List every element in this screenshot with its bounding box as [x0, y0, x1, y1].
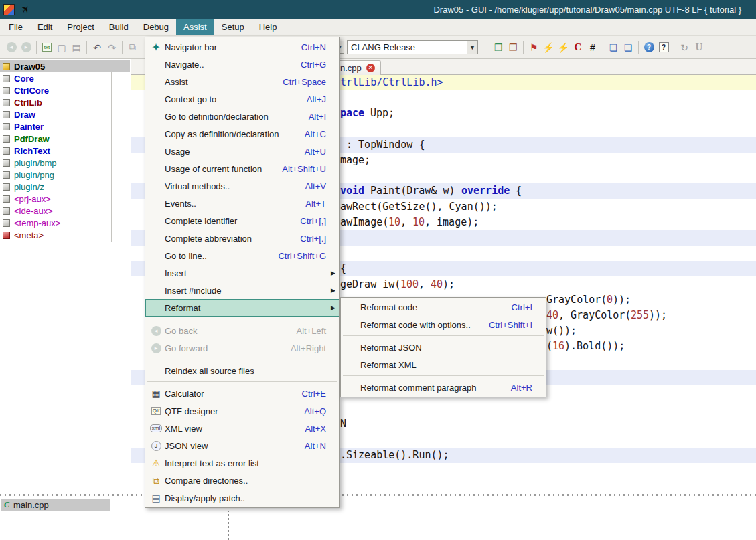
- package-row[interactable]: <meta>: [0, 229, 130, 241]
- c-lang-icon[interactable]: C: [571, 40, 585, 55]
- code-fragment: (: [546, 339, 552, 354]
- assist-menu-item[interactable]: Navigator bar Ctrl+N ▶: [145, 38, 339, 56]
- toolbar-icon[interactable]: [636, 40, 641, 55]
- assist-menu-item[interactable]: Insert #include ▶: [145, 282, 339, 299]
- assist-menu-item[interactable]: Display/apply patch.. ▶: [145, 489, 339, 507]
- assist-menu-item[interactable]: Reindex all source files ▶: [145, 362, 339, 379]
- assist-menu-item[interactable]: Complete identifier Ctrl+[,] ▶: [145, 212, 339, 230]
- build-flags-icon[interactable]: ⚑: [527, 40, 540, 55]
- package-row[interactable]: PdfDraw: [0, 132, 130, 145]
- toolbar-icon[interactable]: [84, 40, 89, 55]
- menu-item-label: Context go to: [163, 94, 216, 104]
- package-row[interactable]: CtrlCore: [0, 84, 130, 96]
- assist-menu-item[interactable]: Go forward Alt+Right ▶: [145, 339, 339, 357]
- assist-menu-item[interactable]: Go to line.. Ctrl+Shift+G ▶: [145, 247, 339, 264]
- package-row[interactable]: plugin/png: [0, 169, 130, 181]
- package-icon: [3, 195, 10, 203]
- file-list-item[interactable]: C main.cpp: [1, 499, 110, 511]
- refresh-icon[interactable]: ↻: [678, 40, 691, 55]
- menubar-item[interactable]: Setup: [214, 19, 252, 35]
- assist-menu-item[interactable]: QTF designer Alt+Q ▶: [145, 402, 339, 420]
- package-row[interactable]: Core: [0, 72, 130, 84]
- redo-icon[interactable]: ↷: [105, 40, 119, 55]
- preprocess-icon[interactable]: #: [586, 40, 599, 55]
- package-row[interactable]: plugin/bmp: [0, 157, 130, 169]
- pin-icon[interactable]: ✈: [18, 2, 33, 17]
- special-file-icon[interactable]: ▤: [70, 40, 83, 55]
- assist-menu-item[interactable]: Reformat ▶: [145, 299, 339, 317]
- assist-menu-item[interactable]: Compare directories.. ▶: [145, 472, 339, 489]
- menu-item-label: Go to line..: [163, 251, 207, 261]
- menubar-item[interactable]: Help: [252, 19, 285, 35]
- package-row[interactable]: Draw05: [0, 60, 130, 72]
- package-row[interactable]: RichText: [0, 145, 130, 157]
- help-topics-icon[interactable]: ?: [642, 40, 656, 55]
- assist-menu-item[interactable]: Context go to Alt+J ▶: [145, 90, 339, 108]
- horizontal-splitter[interactable]: [0, 494, 756, 497]
- build-method-value: CLANG Release: [348, 42, 467, 52]
- menu-item-label: Events..: [163, 199, 196, 209]
- package-row[interactable]: <ide-aux>: [0, 205, 130, 217]
- package-row[interactable]: Painter: [0, 120, 130, 132]
- assist-menu-item[interactable]: Copy as definition/declaration Alt+C ▶: [145, 125, 339, 143]
- binary-file-icon[interactable]: ▢: [55, 40, 68, 55]
- package-row[interactable]: Draw: [0, 108, 130, 120]
- reformat-menu-item[interactable]: Reformat JSON ▶: [341, 339, 546, 356]
- vertical-splitter[interactable]: [224, 511, 229, 540]
- build-icon[interactable]: ⚡: [542, 40, 555, 55]
- menu-item-shortcut: Alt+X: [296, 424, 329, 434]
- menubar-item[interactable]: File: [1, 19, 30, 35]
- code-fragment: pace: [340, 106, 364, 121]
- toolbar-icon[interactable]: [672, 40, 676, 55]
- package-row[interactable]: <temp-aux>: [0, 217, 130, 229]
- package-row[interactable]: <prj-aux>: [0, 193, 130, 205]
- nav-forward-icon[interactable]: ▸: [19, 40, 33, 55]
- assist-menu-item[interactable]: Virtual methods.. Alt+V ▶: [145, 177, 339, 195]
- assist-menu-item[interactable]: Events.. Alt+T ▶: [145, 195, 339, 212]
- execute-window-icon[interactable]: ❏: [621, 40, 635, 55]
- assist-menu-item[interactable]: Go back Alt+Left ▶: [145, 322, 339, 339]
- assist-menu-item[interactable]: XML view Alt+X ▶: [145, 420, 339, 437]
- toolbar-icon[interactable]: [120, 40, 125, 55]
- tab-close-icon[interactable]: ✕: [366, 64, 375, 72]
- copy-icon[interactable]: ⧉: [126, 40, 139, 55]
- package-label: plugin/png: [14, 170, 54, 180]
- assist-menu-item[interactable]: Usage Alt+U ▶: [145, 143, 339, 160]
- menubar-item[interactable]: Debug: [136, 19, 176, 35]
- toolbar-icon[interactable]: [34, 40, 39, 55]
- assist-menu-item[interactable]: Interpret text as error list ▶: [145, 454, 339, 472]
- menubar-item[interactable]: Assist: [176, 19, 214, 35]
- assist-menu-item[interactable]: Assist Ctrl+Space ▶: [145, 73, 339, 90]
- menu-item-shortcut: Ctrl+Shift+I: [479, 320, 535, 330]
- menubar-item[interactable]: Project: [60, 19, 101, 35]
- toolbar-icon[interactable]: [521, 40, 526, 55]
- execute-icon[interactable]: ❏: [607, 40, 620, 55]
- assist-menu-item[interactable]: Calculator Ctrl+E ▶: [145, 385, 339, 402]
- txt-file-icon[interactable]: txt: [40, 40, 54, 55]
- context-help-icon[interactable]: ?: [657, 40, 670, 55]
- install-packages-icon[interactable]: ❒: [506, 40, 520, 55]
- assist-menu-item[interactable]: Navigate.. Ctrl+G ▶: [145, 56, 339, 73]
- assist-menu-item[interactable]: Go to definition/declaration Alt+I ▶: [145, 108, 339, 125]
- reformat-menu-item[interactable]: Reformat XML ▶: [341, 356, 546, 373]
- upp-icon[interactable]: U: [692, 40, 706, 55]
- sync-packages-icon[interactable]: ❒: [492, 40, 505, 55]
- assist-menu-item[interactable]: Complete abbreviation Ctrl+[.] ▶: [145, 230, 339, 247]
- title-bar: ✈ Draw05 - GUI - /home/klugier/upp/tutor…: [0, 0, 756, 19]
- toolbar-icon[interactable]: [601, 40, 605, 55]
- nav-back-icon[interactable]: ◂: [5, 40, 18, 55]
- reformat-menu-item[interactable]: Reformat comment paragraph Alt+R ▶: [341, 379, 546, 396]
- assist-menu-item[interactable]: Insert ▶: [145, 264, 339, 282]
- build-method-combo[interactable]: CLANG Release ▼: [347, 40, 478, 54]
- reformat-menu-item[interactable]: Reformat code Ctrl+I ▶: [341, 298, 546, 316]
- assist-menu-item[interactable]: Usage of current function Alt+Shift+U ▶: [145, 160, 339, 177]
- assist-menu-item[interactable]: JSON view Alt+N ▶: [145, 437, 339, 454]
- package-row[interactable]: plugin/z: [0, 181, 130, 193]
- package-row[interactable]: CtrlLib: [0, 96, 130, 108]
- menubar-item[interactable]: Build: [102, 19, 136, 35]
- rebuild-icon[interactable]: ⚡: [556, 40, 570, 55]
- menubar-item[interactable]: Edit: [30, 19, 60, 35]
- reformat-menu-item[interactable]: Reformat code with options.. Ctrl+Shift+…: [341, 316, 546, 333]
- combo-dropdown-icon[interactable]: ▼: [467, 41, 477, 54]
- undo-icon[interactable]: ↶: [90, 40, 104, 55]
